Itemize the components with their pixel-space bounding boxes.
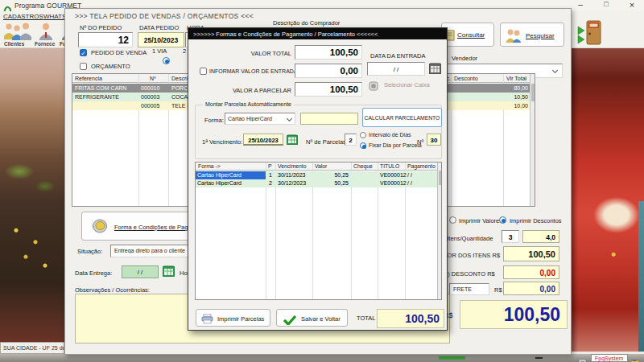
calendar-icon[interactable] xyxy=(287,134,298,148)
minimize-button[interactable]: – xyxy=(570,0,591,10)
forma-extra-field[interactable] xyxy=(300,113,358,125)
modal-titlebar[interactable]: >>>>>> Formas e Condições de Pagamento /… xyxy=(188,28,447,39)
pedido-venda-checkbox[interactable]: ✓ xyxy=(80,49,87,56)
fixar-dia-label: Fixar Dia por Parcela xyxy=(369,142,422,148)
valor-total-field[interactable]: 100,50 xyxy=(295,45,362,60)
num-pedido-label: Nº DO PEDIDO xyxy=(80,24,122,31)
menu-cadastros[interactable]: CADASTROS xyxy=(3,13,43,20)
modal-total-field: 100,50 xyxy=(377,309,444,328)
imprimir-descontos-radio[interactable] xyxy=(499,216,506,224)
via1-radio[interactable] xyxy=(163,57,170,64)
consultar-button[interactable]: Consultar xyxy=(441,23,494,47)
quantidade-field[interactable]: 4,0 xyxy=(522,230,559,243)
col-p: P xyxy=(268,163,272,169)
frete-label-box[interactable]: FRETE xyxy=(449,283,489,295)
col-vlr-total: Vlr Total xyxy=(506,76,526,81)
pesquisar-people-icon xyxy=(505,27,522,47)
col-titulo: TITULO xyxy=(380,163,399,169)
cell-vlr-total: 10,50 xyxy=(501,94,528,100)
situacao-label: Situação: xyxy=(77,248,102,255)
items-table-scrollbar[interactable] xyxy=(530,74,535,206)
exit-door-icon[interactable] xyxy=(576,19,605,51)
cell-titulo: VE000012 xyxy=(380,180,407,186)
vendedor-label: Vendedor xyxy=(452,55,477,62)
calendar-icon[interactable] xyxy=(163,265,175,280)
imprimir-parcelas-button[interactable]: Imprimir Parcelas xyxy=(196,309,270,327)
pedido-venda-label: PEDIDO DE VENDA xyxy=(91,49,147,56)
taskbar-brand-badge[interactable]: FpqSystem xyxy=(591,354,628,362)
chevron-down-icon xyxy=(287,116,292,121)
modal-total-label: TOTAL xyxy=(357,315,375,322)
informar-entrada-checkbox[interactable] xyxy=(200,68,207,75)
cell-numero: 000005 xyxy=(141,103,159,109)
cell-vencimento: 30/12/2023 xyxy=(278,180,306,186)
calcular-parcelamento-button[interactable]: CALCULAR PARCELAMENTO xyxy=(362,108,442,127)
parcela-row[interactable]: Cartao HiperCard 2 30/12/2023 50,25 VE00… xyxy=(196,179,439,187)
num-pedido-field[interactable]: 12 xyxy=(78,32,133,47)
pesquisar-button[interactable]: Pesquisar xyxy=(500,23,564,47)
payment-modal: >>>>>> Formas e Condições de Pagamento /… xyxy=(188,27,448,331)
modal-title: >>>>>> Formas e Condições de Pagamento /… xyxy=(193,31,378,38)
valor-total-label: VALOR TOTAL xyxy=(196,50,291,57)
cell-p: 1 xyxy=(269,172,272,178)
cell-vlr-total: 10,00 xyxy=(501,103,528,109)
orcamento-checkbox[interactable] xyxy=(80,63,87,70)
frete-rs-label: R$ xyxy=(494,286,502,294)
forma-value: Cartao HiperCard xyxy=(228,116,286,121)
valor-parcelar-field[interactable]: 100,50 xyxy=(295,82,362,97)
desconto-field[interactable]: 0,00 xyxy=(503,265,559,279)
num-parcelas-field[interactable]: 2 xyxy=(345,134,357,146)
taskbar-brand-label: FpqSystem xyxy=(595,356,623,361)
n-dias-field[interactable]: 30 xyxy=(427,134,441,146)
taskbar-tray-icon[interactable] xyxy=(631,355,639,362)
salvar-voltar-button[interactable]: Salvar e Voltar xyxy=(276,309,348,327)
maximize-button[interactable]: □ xyxy=(596,0,617,10)
app-statusbar: SUA CIDADE - UF 25 de xyxy=(0,342,64,354)
imprimir-valores-label: Imprimir Valores xyxy=(459,217,502,224)
cell-numero: 000003 xyxy=(141,94,159,100)
intervalo-dias-radio[interactable] xyxy=(360,132,366,138)
cell-forma: Cartao HiperCard xyxy=(196,171,266,179)
fixar-dia-radio[interactable] xyxy=(360,142,366,149)
num-parcelas-label: Nº de Parcelas xyxy=(306,138,346,146)
data-entrega-field[interactable]: / / xyxy=(122,265,159,278)
frete-field[interactable]: 0,00 xyxy=(503,282,559,295)
data-pedido-field[interactable]: 25/10/2023 xyxy=(138,32,184,47)
forma-select[interactable]: Cartao HiperCard xyxy=(225,113,295,125)
screen: Programa GOURMET – □ × CADASTROS WHATSAP… xyxy=(0,0,644,362)
data-entrada-field[interactable]: / / xyxy=(367,62,425,76)
parcelas-table[interactable]: Forma -> P Vencimento Valor Cheque TITUL… xyxy=(195,162,442,300)
col-vencimento: Vencimento xyxy=(278,163,307,169)
imprimir-valores-radio[interactable] xyxy=(449,216,456,224)
calendar-icon[interactable] xyxy=(429,63,441,77)
col-forma: Forma -> xyxy=(198,163,221,169)
scrollbar-thumb[interactable] xyxy=(531,84,535,101)
cell-forma: Cartao HiperCard xyxy=(197,180,265,186)
selecionar-caixa-button[interactable]: Selecionar Caixa xyxy=(384,81,430,88)
valor-itens-field[interactable]: 100,50 xyxy=(503,246,559,261)
orcamento-label: ORÇAMENTO xyxy=(91,63,130,70)
taskbar-progress xyxy=(439,356,465,360)
comprador-label: Descrição do Comprador xyxy=(273,19,340,27)
cell-pagamento: / / xyxy=(407,172,412,178)
close-button[interactable]: × xyxy=(621,0,642,10)
parcelas-scrollbar[interactable] xyxy=(437,162,441,299)
cell-referencia: FRITAS COM CARN xyxy=(75,85,138,91)
observacoes-label: Observações / Ocorrências: xyxy=(75,286,150,294)
cell-titulo: VE000012 xyxy=(380,172,407,178)
itens-field[interactable]: 3 xyxy=(502,230,519,243)
cell-referencia: REFRIGERANTE xyxy=(75,94,138,100)
photo-right-edge xyxy=(638,201,644,352)
printer-icon xyxy=(201,313,213,327)
taskbar-printer-icon[interactable] xyxy=(578,355,587,362)
scrollbar-thumb[interactable] xyxy=(439,171,441,185)
valor-entrada-field[interactable]: 0,00 xyxy=(295,64,362,78)
vencimento-field[interactable]: 25/10/2023 xyxy=(243,134,283,146)
cell-valor: 50,25 xyxy=(320,172,349,178)
imprimir-parcelas-label: Imprimir Parcelas xyxy=(217,315,264,323)
app-toolbar: Clientes Fornece Fu xyxy=(0,22,64,48)
coin-icon xyxy=(92,219,108,237)
taskbar-dash xyxy=(535,357,543,359)
parcela-row[interactable]: Cartao HiperCard 1 30/11/2023 50,25 VE00… xyxy=(196,171,439,179)
informar-entrada-label: INFORMAR VALOR DE ENTRADA xyxy=(209,68,298,74)
